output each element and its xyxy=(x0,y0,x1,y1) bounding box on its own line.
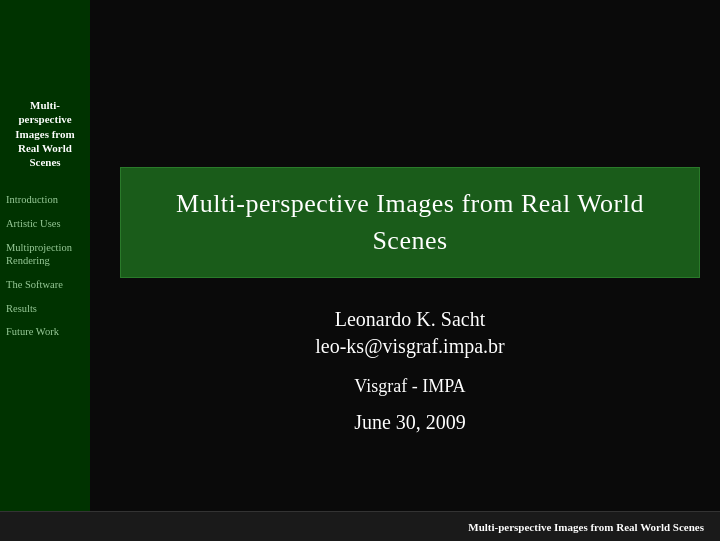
author-email: leo-ks@visgraf.impa.br xyxy=(315,335,504,358)
presentation-title: Multi-perspective Images from Real World… xyxy=(161,186,659,259)
sidebar: Multi-perspective Images from Real World… xyxy=(0,90,90,511)
presentation-date: June 30, 2009 xyxy=(315,411,504,434)
institution: Visgraf - IMPA xyxy=(315,376,504,397)
sidebar-item-software[interactable]: The Software xyxy=(6,278,84,292)
main-layout: Multi-perspective Images from Real World… xyxy=(0,90,720,511)
footer-bar: Multi-perspective Images from Real World… xyxy=(0,511,720,541)
author-name: Leonardo K. Sacht xyxy=(315,308,504,331)
title-box: Multi-perspective Images from Real World… xyxy=(120,167,700,278)
sidebar-nav: Introduction Artistic Uses Multiprojecti… xyxy=(6,193,84,338)
sidebar-item-multiprojection[interactable]: Multiprojection Rendering xyxy=(6,241,84,268)
author-section: Leonardo K. Sacht leo-ks@visgraf.impa.br… xyxy=(315,308,504,434)
sidebar-item-artistic-uses[interactable]: Artistic Uses xyxy=(6,217,84,231)
sidebar-item-results[interactable]: Results xyxy=(6,302,84,316)
top-strip-sidebar xyxy=(0,0,90,90)
footer-text: Multi-perspective Images from Real World… xyxy=(468,521,704,533)
sidebar-item-introduction[interactable]: Introduction xyxy=(6,193,84,207)
top-strip xyxy=(0,0,720,90)
sidebar-item-future-work[interactable]: Future Work xyxy=(6,325,84,339)
sidebar-title: Multi-perspective Images from Real World… xyxy=(6,98,84,177)
top-strip-content xyxy=(90,0,720,90)
content-area: Multi-perspective Images from Real World… xyxy=(90,90,720,511)
